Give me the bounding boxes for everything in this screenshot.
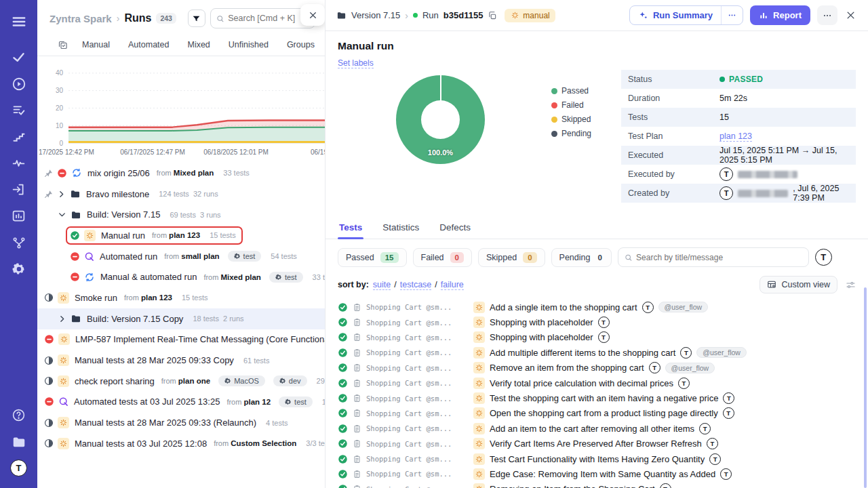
test-row[interactable]: Shopping Cart @sm...Shopping with placeh… <box>338 330 856 345</box>
tasks-icon[interactable] <box>0 44 37 70</box>
run-test-count: 61 tests <box>243 357 270 365</box>
run-row[interactable]: Manual tests at 28 Mar 2025 09:33 Copy61… <box>37 350 325 371</box>
breadcrumb-folder[interactable]: Version 7.15 <box>351 10 400 20</box>
import-icon[interactable] <box>0 176 37 203</box>
sort-separator: / <box>435 280 437 289</box>
run-summary-more-button[interactable] <box>721 6 743 24</box>
info-label: Status <box>628 75 719 84</box>
passed-icon <box>338 469 348 479</box>
view-settings-icon[interactable] <box>846 280 856 290</box>
more-actions-button[interactable] <box>817 5 837 25</box>
tab-defects[interactable]: Defects <box>438 218 472 239</box>
passed-icon <box>338 378 348 388</box>
test-assignee-avatar: T <box>707 438 718 449</box>
run-row[interactable]: Smoke runfrom plan 12315 tests <box>37 287 325 308</box>
test-row[interactable]: Shopping Cart @sm...Verify total price c… <box>338 375 856 390</box>
filter-chip-skipped[interactable]: Skipped0 <box>478 248 545 267</box>
run-folder-row[interactable]: Bravo milestone124 tests 32 runs <box>37 184 325 205</box>
user-avatar[interactable]: T <box>0 455 37 481</box>
test-plan-link[interactable]: plan 123 <box>719 131 752 142</box>
test-row[interactable]: Shopping Cart @sm...Removing an Item fro… <box>338 482 856 488</box>
report-button[interactable]: Report <box>750 5 810 25</box>
test-row[interactable]: Shopping Cart @sm...Shopping with placeh… <box>338 314 856 329</box>
testcase-icon <box>353 409 361 418</box>
branch-icon[interactable] <box>0 229 37 256</box>
runs-tab-automated[interactable]: Automated <box>128 40 169 49</box>
run-row[interactable]: Automated tests at 03 Jul 2025 13:25from… <box>37 392 325 413</box>
test-suite: Shopping Cart @sm... <box>366 303 469 311</box>
test-tag: @user_flow <box>696 347 747 358</box>
info-label: Executed by <box>628 169 719 179</box>
test-row[interactable]: Shopping Cart @sm...Open the shopping ca… <box>338 406 856 421</box>
run-folder-row[interactable]: Build: Version 7.1569 tests 3 runs <box>37 204 325 225</box>
runs-tab-unfinished[interactable]: Unfinished <box>229 40 269 49</box>
run-row[interactable]: Automated runfrom small plantest54 tests <box>37 246 325 267</box>
settings-icon[interactable] <box>0 256 37 282</box>
copy-run-id-button[interactable] <box>488 11 497 20</box>
run-row[interactable]: Manual tests at 03 Jul 2025 12:08from Cu… <box>37 433 325 454</box>
breadcrumb-page: Runs <box>124 12 151 24</box>
tests-search[interactable] <box>618 247 809 267</box>
projects-icon[interactable] <box>0 428 37 455</box>
test-row[interactable]: Shopping Cart @sm...Test the shopping ca… <box>338 390 856 405</box>
analytics-icon[interactable] <box>0 203 37 229</box>
run-row[interactable]: Manual & automated runfrom Mixed plantes… <box>37 266 325 287</box>
sort-link-failure[interactable]: failure <box>441 280 464 290</box>
run-row[interactable]: Manual runfrom plan 12315 tests <box>37 225 325 246</box>
runs-panel: Zyntra Spark › Runs 243 ManualAutomatedM… <box>37 0 326 488</box>
runs-tab-mixed[interactable]: Mixed <box>187 40 210 49</box>
runs-icon[interactable] <box>0 70 37 97</box>
filter-chip-failed[interactable]: Failed0 <box>413 248 472 267</box>
tab-tests[interactable]: Tests <box>338 218 363 239</box>
tests-search-input[interactable] <box>636 253 802 262</box>
runs-search[interactable] <box>210 8 315 28</box>
test-row[interactable]: Shopping Cart @sm...Add an item to the c… <box>338 421 856 436</box>
run-row[interactable]: Manual tests at 28 Mar 2025 09:33 (Relau… <box>37 412 325 433</box>
run-row[interactable]: check report sharingfrom plan oneMacOSde… <box>37 371 325 392</box>
filter-chip-pending[interactable]: Pending0 <box>551 248 612 267</box>
run-row[interactable]: LMP-587 Implement Real-Time Chat Messagi… <box>37 329 325 350</box>
test-row[interactable]: Shopping Cart @sm...Add a single item to… <box>338 300 856 314</box>
run-folder-row[interactable]: Build: Version 7.15 Copy18 tests 2 runs <box>37 308 325 329</box>
filter-button[interactable] <box>188 9 205 27</box>
tests-scrollbar[interactable] <box>864 287 867 488</box>
select-runs-icon[interactable] <box>58 40 68 50</box>
tab-statistics[interactable]: Statistics <box>381 218 420 239</box>
close-detail-button[interactable] <box>844 10 857 20</box>
sort-link-testcase[interactable]: testcase <box>400 280 432 290</box>
test-row[interactable]: Shopping Cart @sm...Test Cart Functional… <box>338 451 856 466</box>
test-row[interactable]: Shopping Cart @sm...Verify Cart Items Ar… <box>338 436 856 451</box>
sort-link-suite[interactable]: suite <box>373 280 391 290</box>
run-from-plan: from plan 123 <box>124 293 172 302</box>
run-summary-button[interactable]: Run Summary <box>630 6 721 24</box>
runs-tab-groups[interactable]: Groups <box>287 40 315 49</box>
passed-icon <box>338 317 348 327</box>
info-value: plan 123 <box>719 131 752 142</box>
test-suite: Shopping Cart @sm... <box>366 364 469 372</box>
test-row[interactable]: Shopping Cart @sm...Edge Case: Removing … <box>338 466 856 481</box>
run-row[interactable]: mix origin 25/06from Mixed plan33 tests <box>37 163 325 184</box>
test-row[interactable]: Shopping Cart @sm...Add multiple differe… <box>338 345 856 360</box>
run-from-plan: from plan 123 <box>152 231 200 239</box>
breadcrumb-project[interactable]: Zyntra Spark <box>50 13 112 24</box>
set-labels-link[interactable]: Set labels <box>338 58 374 68</box>
user-avatar: T <box>719 186 733 200</box>
runs-search-input[interactable] <box>228 14 309 23</box>
legend-dot <box>551 131 557 137</box>
passed-icon <box>338 302 348 312</box>
test-row[interactable]: Shopping Cart @sm...Remove an item from … <box>338 361 856 375</box>
test-plans-icon[interactable] <box>0 97 37 123</box>
svg-text:06/17/2025 12:47 PM: 06/17/2025 12:47 PM <box>120 148 185 156</box>
breadcrumb-separator: › <box>405 10 408 21</box>
pulse-icon[interactable] <box>0 150 37 176</box>
filter-chip-passed[interactable]: Passed15 <box>338 248 407 267</box>
run-row-content: check report sharingfrom plan oneMacOSde… <box>40 372 325 390</box>
assignee-avatar[interactable]: T <box>815 249 832 266</box>
custom-view-button[interactable]: Custom view <box>760 276 837 293</box>
test-title: Test Cart Functionality with Items Havin… <box>490 454 705 464</box>
help-icon[interactable] <box>0 402 37 428</box>
runs-tab-manual[interactable]: Manual <box>82 40 110 49</box>
close-panel-button[interactable] <box>300 4 325 26</box>
menu-icon[interactable] <box>0 8 37 35</box>
steps-icon[interactable] <box>0 123 37 150</box>
